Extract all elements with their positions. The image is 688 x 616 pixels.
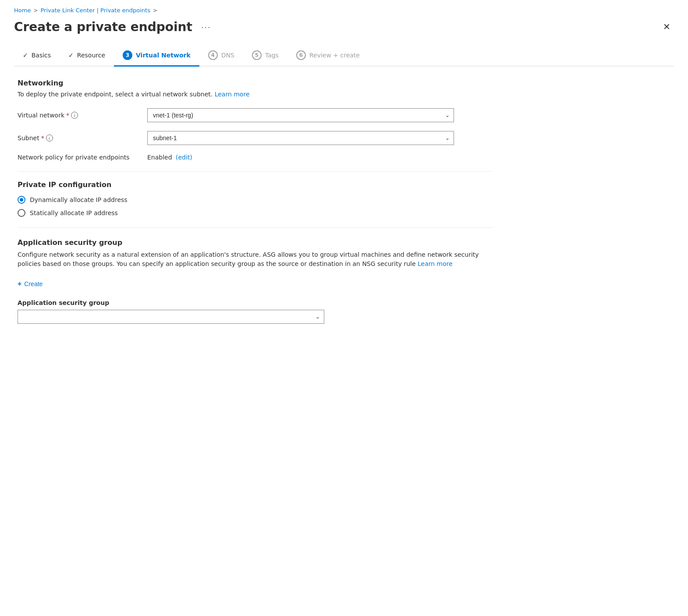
tab-dns-label: DNS (221, 52, 234, 59)
ip-config-title: Private IP configuration (18, 181, 493, 189)
close-button[interactable]: ✕ (660, 19, 674, 35)
radio-static[interactable]: Statically allocate IP address (18, 209, 493, 217)
tab-basics[interactable]: ✓ Basics (14, 46, 60, 65)
tab-basics-label: Basics (32, 52, 51, 59)
virtual-network-select[interactable]: vnet-1 (test-rg) (147, 108, 454, 122)
breadcrumb-sep2: > (153, 7, 157, 14)
virtual-network-label-text: Virtual network (18, 112, 64, 119)
network-policy-row: Network policy for private endpoints Ena… (18, 154, 493, 161)
tab-review-create[interactable]: 6 Review + create (287, 45, 369, 67)
ip-config-radio-group: Dynamically allocate IP address Statical… (18, 196, 493, 217)
asg-section: Application security group Configure net… (18, 238, 493, 324)
virtual-network-info-icon[interactable]: i (71, 112, 78, 119)
network-policy-value: Enabled (edit) (147, 154, 192, 161)
asg-title: Application security group (18, 238, 493, 247)
wizard-tabs: ✓ Basics ✓ Resource 3 Virtual Network 4 … (14, 45, 674, 67)
page-title-area: Create a private endpoint ··· (14, 20, 215, 34)
tab-virtual-network-label: Virtual Network (136, 52, 191, 59)
tab-step-4: 4 (208, 50, 218, 60)
network-policy-edit-link[interactable]: (edit) (176, 154, 192, 161)
virtual-network-row: Virtual network * i vnet-1 (test-rg) ⌄ (18, 108, 493, 122)
networking-desc-text: To deploy the private endpoint, select a… (18, 91, 213, 98)
asg-desc-text: Configure network security as a natural … (18, 251, 479, 267)
networking-description: To deploy the private endpoint, select a… (18, 91, 493, 98)
page-header: Create a private endpoint ··· ✕ (14, 19, 674, 35)
virtual-network-label: Virtual network * i (18, 112, 140, 119)
tab-step-3: 3 (123, 50, 132, 60)
breadcrumb-home[interactable]: Home (14, 7, 31, 14)
networking-learn-more-link[interactable]: Learn more (215, 91, 250, 98)
asg-description: Configure network security as a natural … (18, 250, 493, 269)
tab-review-create-label: Review + create (309, 52, 360, 59)
breadcrumb: Home > Private Link Center | Private end… (14, 7, 674, 14)
virtual-network-control: vnet-1 (test-rg) ⌄ (147, 108, 454, 122)
section-divider-2 (18, 227, 493, 228)
tab-tags-label: Tags (265, 52, 279, 59)
ip-config-section: Private IP configuration Dynamically all… (18, 181, 493, 217)
subnet-control: subnet-1 ⌄ (147, 131, 454, 145)
subnet-label-text: Subnet (18, 135, 39, 142)
subnet-info-icon[interactable]: i (46, 135, 53, 142)
virtual-network-required: * (66, 112, 69, 119)
asg-create-label: Create (24, 280, 43, 287)
checkmark-icon: ✓ (23, 52, 28, 59)
subnet-label: Subnet * i (18, 135, 140, 142)
radio-dynamic-input[interactable] (18, 196, 25, 204)
page-title: Create a private endpoint (14, 20, 192, 34)
subnet-select[interactable]: subnet-1 (147, 131, 454, 145)
network-policy-text: Enabled (147, 154, 172, 161)
content-area: Networking To deploy the private endpoin… (14, 79, 496, 324)
radio-static-label: Statically allocate IP address (30, 209, 118, 216)
breadcrumb-sep1: > (33, 7, 38, 14)
breadcrumb-private-link[interactable]: Private Link Center | Private endpoints (40, 7, 150, 14)
tab-virtual-network[interactable]: 3 Virtual Network (114, 45, 199, 67)
tab-resource[interactable]: ✓ Resource (60, 46, 114, 65)
tab-resource-label: Resource (77, 52, 105, 59)
plus-icon: + (18, 280, 21, 288)
radio-dynamic-label: Dynamically allocate IP address (30, 196, 128, 203)
radio-dynamic[interactable]: Dynamically allocate IP address (18, 196, 493, 204)
more-options-button[interactable]: ··· (198, 20, 215, 34)
networking-section: Networking To deploy the private endpoin… (18, 79, 493, 98)
network-policy-label: Network policy for private endpoints (18, 154, 140, 161)
asg-create-button[interactable]: + Create (18, 277, 43, 290)
checkmark-icon-resource: ✓ (68, 52, 74, 59)
asg-select-container: ⌄ (18, 310, 324, 324)
tab-step-5: 5 (252, 50, 262, 60)
tab-tags[interactable]: 5 Tags (243, 45, 287, 67)
networking-title: Networking (18, 79, 493, 87)
radio-static-input[interactable] (18, 209, 25, 217)
subnet-row: Subnet * i subnet-1 ⌄ (18, 131, 493, 145)
tab-dns[interactable]: 4 DNS (199, 45, 243, 67)
asg-field-label: Application security group (18, 299, 493, 306)
section-divider-1 (18, 171, 493, 172)
asg-learn-more-link[interactable]: Learn more (418, 260, 453, 267)
subnet-required: * (41, 135, 44, 142)
tab-step-6: 6 (296, 50, 306, 60)
asg-select[interactable] (18, 310, 324, 324)
